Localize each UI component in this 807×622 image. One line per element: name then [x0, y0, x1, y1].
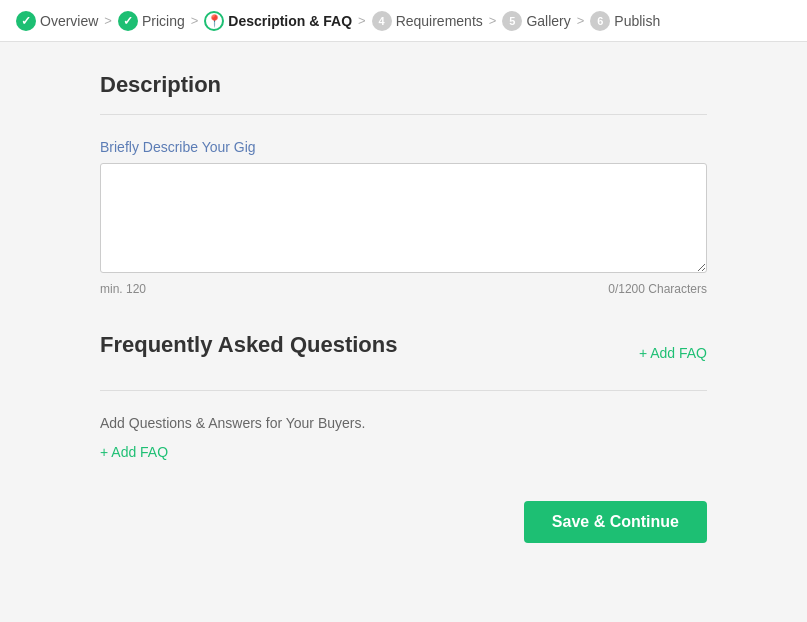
description-divider [100, 114, 707, 115]
faq-description-text: Add Questions & Answers for Your Buyers. [100, 415, 707, 431]
save-continue-button[interactable]: Save & Continue [524, 501, 707, 543]
gallery-icon: 5 [502, 11, 522, 31]
publish-icon: 6 [590, 11, 610, 31]
nav-step-pricing-label: Pricing [142, 13, 185, 29]
nav-arrow-3: > [358, 13, 366, 28]
add-faq-inline-button[interactable]: + Add FAQ [100, 444, 168, 460]
faq-divider [100, 390, 707, 391]
description-field-label: Briefly Describe Your Gig [100, 139, 707, 155]
save-area: Save & Continue [100, 501, 707, 563]
faq-section-title: Frequently Asked Questions [100, 332, 397, 358]
requirements-icon: 4 [372, 11, 392, 31]
faq-header: Frequently Asked Questions + Add FAQ [100, 332, 707, 374]
pricing-icon: ✓ [118, 11, 138, 31]
nav-step-gallery-label: Gallery [526, 13, 570, 29]
nav-step-gallery[interactable]: 5 Gallery [502, 11, 570, 31]
nav-arrow-2: > [191, 13, 199, 28]
nav-step-description-faq[interactable]: 📍 Description & FAQ [204, 11, 352, 31]
nav-arrow-1: > [104, 13, 112, 28]
description-faq-icon: 📍 [204, 11, 224, 31]
min-chars-label: min. 120 [100, 282, 146, 296]
description-section: Description Briefly Describe Your Gig mi… [100, 72, 707, 296]
nav-step-pricing[interactable]: ✓ Pricing [118, 11, 185, 31]
nav-arrow-4: > [489, 13, 497, 28]
overview-icon: ✓ [16, 11, 36, 31]
nav-arrow-5: > [577, 13, 585, 28]
char-count-label: 0/1200 Characters [608, 282, 707, 296]
description-textarea[interactable] [100, 163, 707, 273]
char-info: min. 120 0/1200 Characters [100, 282, 707, 296]
add-faq-header-button[interactable]: + Add FAQ [639, 345, 707, 361]
faq-section: Frequently Asked Questions + Add FAQ Add… [100, 332, 707, 461]
nav-step-requirements-label: Requirements [396, 13, 483, 29]
nav-step-overview[interactable]: ✓ Overview [16, 11, 98, 31]
wizard-nav: ✓ Overview > ✓ Pricing > 📍 Description &… [0, 0, 807, 42]
nav-step-publish-label: Publish [614, 13, 660, 29]
nav-step-publish[interactable]: 6 Publish [590, 11, 660, 31]
nav-step-overview-label: Overview [40, 13, 98, 29]
main-content: Description Briefly Describe Your Gig mi… [0, 42, 807, 593]
nav-step-description-faq-label: Description & FAQ [228, 13, 352, 29]
description-section-title: Description [100, 72, 707, 98]
nav-step-requirements[interactable]: 4 Requirements [372, 11, 483, 31]
